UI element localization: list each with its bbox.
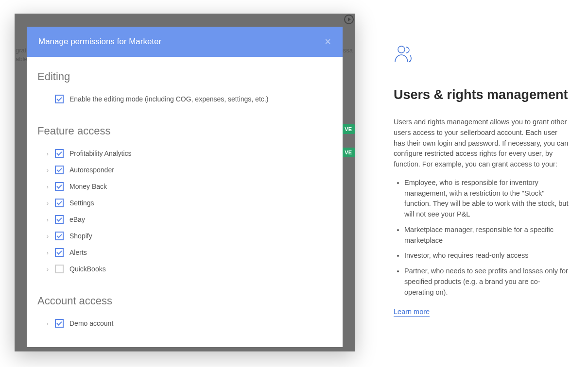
chevron-right-icon[interactable]: › [43, 200, 52, 207]
perm-row-autoresponder: › Autoresponder [37, 162, 332, 178]
perm-row-alerts: › Alerts [37, 244, 332, 261]
info-panel-title: Users & rights management [394, 87, 569, 102]
list-item: Partner, who needs to see profits and lo… [404, 266, 569, 298]
section-heading-feature-access: Feature access [37, 125, 332, 137]
perm-label: Shopify [69, 232, 92, 240]
bg-status-badge: VE [342, 148, 355, 157]
perm-row-demo-account: › Demo account [37, 315, 332, 332]
permissions-modal: Manage permissions for Marketer × Editin… [27, 27, 343, 347]
list-item: Investor, who requires read-only access [404, 250, 569, 261]
section-heading-editing: Editing [37, 70, 332, 83]
info-panel-paragraph: Users and rights management allows you t… [394, 117, 569, 170]
chevron-right-icon[interactable]: › [43, 167, 52, 174]
checkbox-ebay[interactable] [55, 215, 64, 224]
users-icon [394, 45, 569, 65]
perm-row-editing-mode: Enable the editing mode (including COG, … [37, 91, 332, 107]
svg-point-0 [398, 46, 405, 53]
close-icon[interactable]: × [325, 36, 331, 47]
bg-text-frag: grai [16, 46, 26, 55]
perm-row-money-back: › Money Back [37, 178, 332, 195]
checkbox-profitability-analytics[interactable] [55, 149, 64, 158]
checkbox-money-back[interactable] [55, 182, 64, 191]
perm-label: eBay [69, 216, 85, 223]
perm-label: Alerts [69, 249, 87, 256]
perm-label: QuickBooks [69, 265, 106, 273]
perm-label: Demo account [69, 319, 113, 327]
checkbox-demo-account[interactable] [55, 319, 64, 328]
bg-status-badge: VE [342, 124, 355, 134]
perm-row-settings: › Settings [37, 195, 332, 211]
chevron-right-icon[interactable]: › [43, 233, 52, 240]
checkbox-quickbooks[interactable] [55, 265, 64, 273]
modal-body: Editing Enable the editing mode (includi… [27, 57, 343, 336]
modal-header: Manage permissions for Marketer × [27, 27, 343, 57]
chevron-right-icon[interactable]: › [43, 183, 52, 190]
perm-label: Profitability Analytics [69, 150, 132, 157]
chevron-right-icon[interactable]: › [43, 150, 52, 157]
checkbox-settings[interactable] [55, 199, 64, 207]
perm-label: Settings [69, 199, 94, 207]
checkbox-shopify[interactable] [55, 232, 64, 240]
perm-label: Money Back [69, 183, 107, 190]
perm-row-shopify: › Shopify [37, 228, 332, 244]
chevron-right-icon[interactable]: › [43, 249, 52, 256]
play-circle-icon[interactable] [344, 15, 354, 24]
bg-text-frag: able [16, 54, 28, 64]
perm-label: Autoresponder [69, 166, 114, 174]
modal-title: Manage permissions for Marketer [38, 37, 161, 47]
modal-backdrop: grai able essa VE VE Manage permissions … [15, 14, 355, 351]
info-panel: Users & rights management Users and righ… [394, 45, 569, 316]
list-item: Employee, who is responsible for invento… [404, 178, 569, 220]
perm-row-quickbooks: › QuickBooks [37, 261, 332, 277]
checkbox-alerts[interactable] [55, 248, 64, 257]
section-heading-account-access: Account access [37, 295, 332, 307]
perm-row-ebay: › eBay [37, 211, 332, 228]
info-panel-list: Employee, who is responsible for invento… [394, 178, 569, 298]
chevron-right-icon[interactable]: › [43, 320, 52, 327]
perm-label: Enable the editing mode (including COG, … [69, 95, 268, 103]
list-item: Marketplace manager, responsible for a s… [404, 225, 569, 246]
chevron-right-icon[interactable]: › [43, 216, 52, 223]
learn-more-link[interactable]: Learn more [394, 308, 430, 317]
checkbox-autoresponder[interactable] [55, 166, 64, 174]
checkbox-editing-mode[interactable] [55, 95, 64, 103]
chevron-right-icon[interactable]: › [43, 266, 52, 273]
perm-row-profitability-analytics: › Profitability Analytics [37, 145, 332, 162]
